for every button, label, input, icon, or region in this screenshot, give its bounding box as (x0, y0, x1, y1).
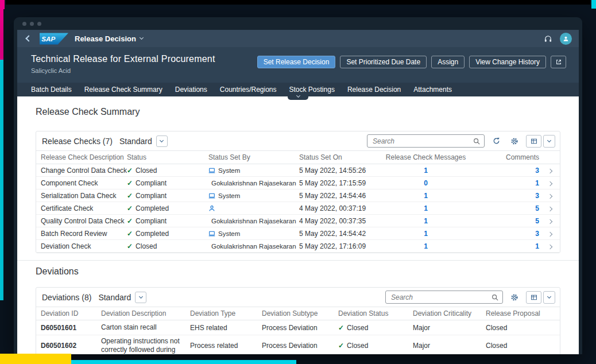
status-text: Compliant (136, 192, 167, 200)
variant-selector[interactable]: Standard (98, 292, 146, 303)
table-row[interactable]: Deviation Check ✓Closed Gokulakrishnan R… (36, 240, 560, 253)
variant-chevron-button[interactable] (135, 292, 146, 303)
set-by-name: Gokulakrishnan Rajasekaran (211, 243, 296, 250)
chevron-right-icon (548, 181, 552, 185)
variant-selector[interactable]: Standard (119, 135, 168, 147)
export-menu-button[interactable] (543, 291, 555, 304)
table-row[interactable]: Change Control Data Check ✓Closed System… (36, 164, 560, 177)
cell-description: Batch Record Review (41, 230, 127, 238)
chevron-right-icon (548, 244, 552, 249)
row-navigation[interactable] (548, 230, 555, 238)
cell-description: Deviation Check (41, 242, 127, 250)
check-icon: ✓ (127, 192, 133, 200)
column-header: Comments (470, 153, 543, 161)
table-row[interactable]: Certificate Check ✓Completed 4 May 2022,… (36, 202, 560, 215)
set-by-name: Gokulakrishnan Rajasekaran (211, 180, 296, 187)
set-prioritized-due-date-button[interactable]: Set Prioritized Due Date (340, 56, 427, 68)
comments-count-link[interactable]: 1 (535, 242, 539, 250)
cell-description: Quality Control Data Check (41, 217, 127, 225)
table-row[interactable]: Quality Control Data Check ✓Compliant Go… (36, 215, 560, 227)
refresh-button[interactable] (489, 135, 503, 148)
check-icon: ✓ (127, 179, 133, 187)
headset-icon (544, 34, 552, 43)
window-control-dot[interactable] (37, 22, 41, 26)
comments-count-link[interactable]: 3 (535, 192, 539, 200)
cell-criticality: Major (413, 342, 486, 350)
table-row[interactable]: Component Check ✓Compliant Gokulakrishna… (36, 177, 560, 189)
row-navigation[interactable] (548, 217, 555, 225)
table-row[interactable]: Serialization Data Check ✓Compliant Syst… (36, 189, 560, 202)
wallpaper-accent-magenta (0, 0, 5, 9)
row-navigation[interactable] (548, 166, 555, 175)
messages-count-link[interactable]: 1 (424, 242, 428, 250)
messages-count-link[interactable]: 1 (424, 204, 428, 212)
variant-chevron-button[interactable] (156, 135, 168, 147)
app-title-menu[interactable]: Release Decision (75, 34, 143, 43)
table-row[interactable]: Batch Record Review ✓Completed System 5 … (36, 227, 560, 240)
tab-attachments[interactable]: Attachments (407, 83, 458, 96)
messages-count-link[interactable]: 0 (424, 179, 428, 187)
table-row[interactable]: D60501601 Carton stain recall EHS relate… (36, 320, 560, 335)
messages-count-link[interactable]: 1 (424, 217, 428, 225)
messages-count-link[interactable]: 1 (424, 166, 428, 175)
chevron-down-icon (296, 93, 300, 97)
section-divider (17, 260, 579, 261)
table-row[interactable]: D60501602 Operating instructions not cor… (36, 335, 560, 354)
comments-count-link[interactable]: 5 (535, 204, 539, 212)
search-input[interactable] (371, 137, 470, 146)
support-button[interactable] (544, 34, 552, 43)
share-button[interactable] (551, 56, 566, 68)
export-button[interactable] (526, 291, 541, 304)
export-menu-button[interactable] (543, 135, 555, 148)
shell-bar: SAP Release Decision (17, 30, 579, 47)
status-text: Completed (136, 230, 169, 238)
row-navigation[interactable] (548, 192, 555, 200)
column-header: Deviation Description (101, 309, 190, 317)
tab-release-decision[interactable]: Release Decision (341, 83, 407, 96)
column-header: Status (127, 153, 208, 161)
chevron-right-icon (548, 168, 552, 173)
row-navigation[interactable] (548, 204, 555, 212)
avatar[interactable] (560, 33, 572, 45)
wallpaper-accent-cyan (71, 360, 296, 364)
comments-count-link[interactable]: 5 (535, 217, 539, 225)
settings-button[interactable] (508, 291, 521, 304)
comments-count-link[interactable]: 3 (535, 166, 539, 175)
settings-button[interactable] (508, 135, 521, 148)
window-control-dot[interactable] (30, 22, 34, 26)
comments-count-link[interactable]: 1 (535, 179, 539, 187)
tab-countries-regions[interactable]: Countries/Regions (214, 83, 283, 96)
tab-deviations[interactable]: Deviations (169, 83, 214, 96)
column-header: Deviation Subtype (262, 309, 338, 317)
view-change-history-button[interactable]: View Change History (469, 56, 546, 68)
search-field[interactable] (385, 291, 503, 304)
status-text: Closed (136, 166, 157, 175)
back-button[interactable] (24, 36, 33, 41)
column-header: Release Check Messages (385, 153, 470, 161)
search-input[interactable] (390, 293, 489, 302)
gear-icon (510, 137, 518, 145)
export-button[interactable] (526, 135, 541, 148)
set-release-decision-button[interactable]: Set Release Decision (257, 56, 336, 68)
cell-description: Certificate Check (41, 204, 127, 212)
messages-count-link[interactable]: 1 (424, 192, 428, 200)
search-field[interactable] (367, 134, 485, 148)
row-navigation[interactable] (548, 179, 555, 187)
desktop: { "colors": { "accent_blue": "#0a6ed1", … (0, 0, 596, 364)
row-navigation[interactable] (548, 242, 555, 250)
status-text: Closed (347, 324, 368, 332)
tab-batch-details[interactable]: Batch Details (25, 83, 78, 96)
cell-set-on: 5 May 2022, 14:54:46 (299, 192, 385, 200)
sap-app: SAP Release Decision (17, 30, 579, 354)
chevron-down-icon (160, 138, 164, 142)
comments-count-link[interactable]: 3 (535, 230, 539, 238)
set-by-name: System (218, 167, 240, 174)
collapse-header-button[interactable] (288, 92, 308, 100)
assign-button[interactable]: Assign (431, 56, 465, 68)
messages-count-link[interactable]: 1 (424, 230, 428, 238)
wallpaper-accent-magenta (0, 9, 3, 60)
window-control-dot[interactable] (22, 22, 26, 26)
tab-release-check-summary[interactable]: Release Check Summary (78, 83, 169, 96)
search-icon (491, 294, 498, 301)
check-icon: ✓ (338, 324, 344, 332)
